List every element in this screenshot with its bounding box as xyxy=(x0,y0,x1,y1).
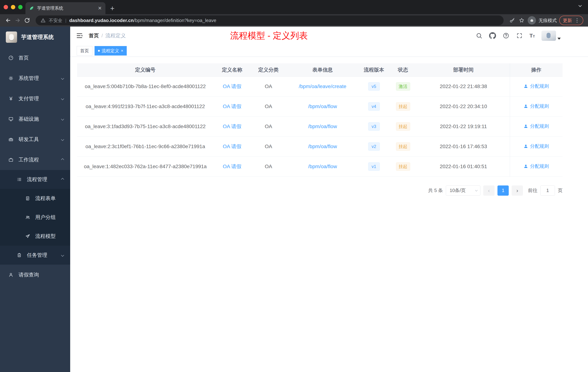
sidebar-item-process-model[interactable]: 流程模型 xyxy=(0,227,70,246)
user-avatar[interactable] xyxy=(541,31,556,41)
chevron-down-icon xyxy=(61,138,64,141)
tab-close-icon[interactable]: ✕ xyxy=(98,5,102,11)
chevron-down-icon xyxy=(61,97,64,100)
reload-button[interactable] xyxy=(24,17,31,24)
font-size-icon[interactable]: TT xyxy=(529,33,535,39)
user-menu[interactable] xyxy=(541,31,561,41)
sidebar-item-payment[interactable]: ¥ 支付管理 xyxy=(0,88,70,109)
tag-current[interactable]: 流程定义 × xyxy=(94,46,127,55)
col-definition-category: 定义分类 xyxy=(251,63,286,77)
chevron-down-icon xyxy=(61,118,64,121)
window-close-button[interactable] xyxy=(4,5,8,9)
tab-search-chevron-icon[interactable] xyxy=(579,4,583,8)
deploy-time: 2022-01-22 20:34:10 xyxy=(417,97,510,117)
new-tab-button[interactable]: + xyxy=(107,3,117,13)
assign-rule-label: 分配规则 xyxy=(530,83,549,89)
breadcrumb-home[interactable]: 首页 xyxy=(89,32,99,39)
col-definition-name: 定义名称 xyxy=(213,63,251,77)
app-root: 芋道管理系统 首页 系统管理 ¥ 支付管理 xyxy=(0,27,588,372)
status-badge: 激活 xyxy=(396,82,410,91)
table-row: oa_leave:1:482ec033-762a-11ec-8477-a2380… xyxy=(77,156,563,176)
table-row: oa_leave:3:1fad3d93-7b75-11ec-a3c8-acde4… xyxy=(77,117,563,136)
sidebar-item-system[interactable]: 系统管理 xyxy=(0,68,70,88)
status-badge: 挂起 xyxy=(396,162,410,171)
tags-view-bar: 首页 流程定义 × xyxy=(70,45,588,57)
caret-down-icon xyxy=(557,38,561,40)
definition-name-link[interactable]: OA 请假 xyxy=(223,84,242,89)
gear-icon xyxy=(8,75,14,81)
assign-rule-label: 分配规则 xyxy=(530,163,549,169)
forward-button[interactable] xyxy=(14,17,21,24)
sidebar-item-label: 流程管理 xyxy=(27,176,47,183)
assign-rule-link[interactable]: 分配规则 xyxy=(524,163,549,169)
address-bar[interactable]: 不安全 | dashboard.yudao.iocoder.cn/bpm/man… xyxy=(36,15,504,25)
page-number-button[interactable]: 1 xyxy=(497,186,509,196)
sidebar-logo[interactable]: 芋道管理系统 xyxy=(0,27,70,48)
screen: 芋道管理系统 ✕ + 不安全 | dashboard.yudao.iocoder… xyxy=(0,0,588,372)
definition-name-link[interactable]: OA 请假 xyxy=(223,144,242,149)
window-minimize-button[interactable] xyxy=(11,5,15,9)
sidebar-item-process-form[interactable]: 流程表单 xyxy=(0,189,70,208)
definition-name-link[interactable]: OA 请假 xyxy=(223,124,242,129)
back-button[interactable] xyxy=(5,17,12,24)
list-icon xyxy=(16,176,22,182)
password-key-icon[interactable] xyxy=(509,17,516,24)
form-link[interactable]: /bpm/oa/flow xyxy=(308,104,337,109)
goto-page-input[interactable] xyxy=(540,186,555,196)
bookmark-star-icon[interactable] xyxy=(518,17,525,24)
tag-label: 首页 xyxy=(80,48,89,54)
definition-name-link[interactable]: OA 请假 xyxy=(223,104,242,109)
assign-rule-label: 分配规则 xyxy=(530,123,549,129)
page-size-select[interactable]: 10条/页 xyxy=(446,186,480,196)
sidebar-item-task-mgmt[interactable]: 任务管理 xyxy=(0,246,70,265)
browser-update-button[interactable]: 更新 ⋮ xyxy=(559,16,583,25)
people-icon xyxy=(25,214,31,220)
form-link[interactable]: /bpm/oa/flow xyxy=(308,144,337,149)
next-page-button[interactable]: › xyxy=(512,186,523,196)
sidebar-item-infra[interactable]: 基础设施 xyxy=(0,109,70,129)
hamburger-icon[interactable] xyxy=(76,32,83,40)
search-icon[interactable] xyxy=(476,32,483,39)
sidebar-item-label: 研发工具 xyxy=(19,136,39,143)
sidebar-item-process-mgmt[interactable]: 流程管理 xyxy=(0,170,70,189)
assign-rule-link[interactable]: 分配规则 xyxy=(524,143,549,149)
help-question-icon[interactable] xyxy=(503,32,509,39)
form-link[interactable]: /bpm/oa/leave/create xyxy=(299,84,346,89)
assign-rule-link[interactable]: 分配规则 xyxy=(524,123,549,129)
document-icon xyxy=(25,196,31,201)
prev-page-button[interactable]: ‹ xyxy=(483,186,494,196)
definition-table: 定义编号 定义名称 定义分类 表单信息 流程版本 状态 部署时间 操作 oa_l xyxy=(77,63,563,177)
total-count-label: 共 5 条 xyxy=(428,187,443,194)
not-secure-warning-icon xyxy=(40,18,46,23)
definition-id: oa_leave:2:3c1f0ef1-76b1-11ec-9c66-a2380… xyxy=(77,136,213,156)
main-panel: 首页 / 流程定义 流程模型 - 定义列表 xyxy=(70,27,588,372)
assign-rule-link[interactable]: 分配规则 xyxy=(524,83,549,89)
security-label: 不安全 xyxy=(49,17,62,23)
definition-name-link[interactable]: OA 请假 xyxy=(223,164,242,169)
form-link[interactable]: /bpm/oa/flow xyxy=(308,124,337,129)
browser-tab[interactable]: 芋道管理系统 ✕ xyxy=(25,2,105,14)
sidebar-item-workflow[interactable]: 工作流程 xyxy=(0,150,70,170)
sidebar-item-home[interactable]: 首页 xyxy=(0,48,70,68)
definition-id: oa_leave:4:991f2193-7b7f-11ec-a3c8-acde4… xyxy=(77,97,213,117)
col-actions: 操作 xyxy=(510,63,563,77)
person-icon xyxy=(8,272,14,278)
browser-menu-kebab-icon[interactable]: ⋮ xyxy=(575,18,580,23)
sidebar-item-label: 工作流程 xyxy=(19,156,39,163)
window-zoom-button[interactable] xyxy=(18,5,22,9)
tag-close-icon[interactable]: × xyxy=(121,49,123,53)
fullscreen-icon[interactable] xyxy=(516,32,523,39)
tag-home[interactable]: 首页 xyxy=(77,46,92,55)
github-icon[interactable] xyxy=(489,32,496,39)
briefcase-icon xyxy=(8,157,14,163)
url-host: dashboard.yudao.iocoder.cn xyxy=(69,18,134,23)
assign-rule-link[interactable]: 分配规则 xyxy=(524,103,549,109)
toolbox-icon xyxy=(8,136,14,142)
chevron-up-icon xyxy=(61,158,64,161)
sidebar-item-user-group[interactable]: 用户分组 xyxy=(0,208,70,227)
sidebar-item-devtools[interactable]: 研发工具 xyxy=(0,129,70,150)
sidebar-item-leave-query[interactable]: 请假查询 xyxy=(0,265,70,285)
definition-category: OA xyxy=(251,156,286,176)
form-link[interactable]: /bpm/oa/flow xyxy=(308,164,337,169)
table-row: oa_leave:4:991f2193-7b7f-11ec-a3c8-acde4… xyxy=(77,97,563,117)
